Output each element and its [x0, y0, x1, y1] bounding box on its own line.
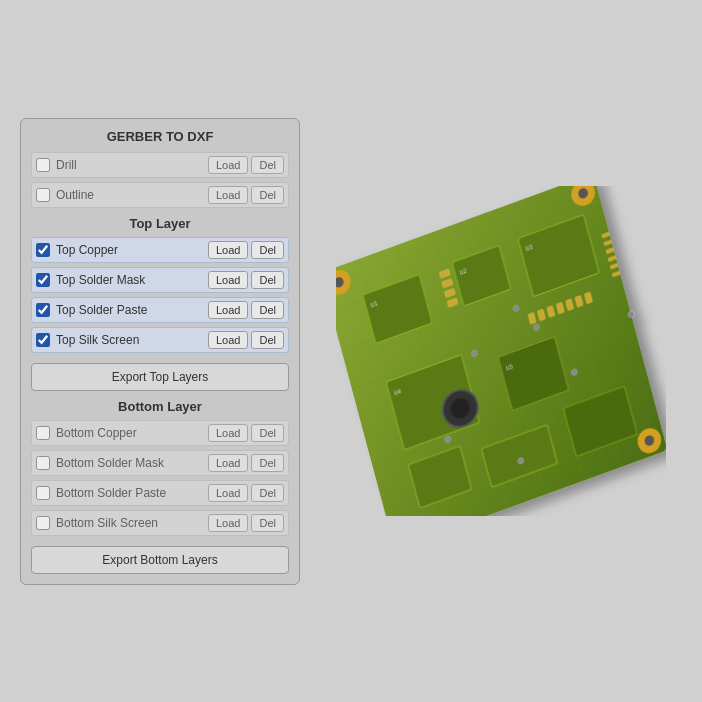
drill-del-button[interactable]: Del — [251, 156, 284, 174]
main-container: GERBER TO DXF Drill Load Del Outline Loa… — [0, 0, 702, 702]
bottom-silk-screen-row: Bottom Silk Screen Load Del — [31, 510, 289, 536]
outline-row: Outline Load Del — [31, 182, 289, 208]
top-solder-paste-label: Top Solder Paste — [56, 303, 205, 317]
bottom-copper-del-button[interactable]: Del — [251, 424, 284, 442]
outline-label: Outline — [56, 188, 205, 202]
top-silk-screen-row: Top Silk Screen Load Del — [31, 327, 289, 353]
top-solder-paste-checkbox[interactable] — [36, 303, 50, 317]
top-solder-paste-load-button[interactable]: Load — [208, 301, 248, 319]
drill-label: Drill — [56, 158, 205, 172]
pcb-svg: U1 U2 U3 U4 U5 — [336, 186, 666, 516]
drill-checkbox[interactable] — [36, 158, 50, 172]
top-solder-mask-label: Top Solder Mask — [56, 273, 205, 287]
top-silk-screen-label: Top Silk Screen — [56, 333, 205, 347]
outline-del-button[interactable]: Del — [251, 186, 284, 204]
panel: GERBER TO DXF Drill Load Del Outline Loa… — [20, 118, 300, 585]
bottom-solder-paste-load-button[interactable]: Load — [208, 484, 248, 502]
top-copper-label: Top Copper — [56, 243, 205, 257]
top-solder-paste-row: Top Solder Paste Load Del — [31, 297, 289, 323]
export-top-layers-button[interactable]: Export Top Layers — [31, 363, 289, 391]
drill-row: Drill Load Del — [31, 152, 289, 178]
bottom-solder-mask-label: Bottom Solder Mask — [56, 456, 205, 470]
top-solder-mask-del-button[interactable]: Del — [251, 271, 284, 289]
bottom-solder-mask-checkbox[interactable] — [36, 456, 50, 470]
bottom-solder-mask-row: Bottom Solder Mask Load Del — [31, 450, 289, 476]
top-copper-checkbox[interactable] — [36, 243, 50, 257]
pcb-image: U1 U2 U3 U4 U5 — [336, 186, 666, 516]
panel-title: GERBER TO DXF — [31, 129, 289, 144]
export-bottom-layers-button[interactable]: Export Bottom Layers — [31, 546, 289, 574]
bottom-silk-screen-checkbox[interactable] — [36, 516, 50, 530]
top-copper-del-button[interactable]: Del — [251, 241, 284, 259]
top-solder-mask-load-button[interactable]: Load — [208, 271, 248, 289]
bottom-layer-section-title: Bottom Layer — [31, 399, 289, 414]
bottom-solder-paste-del-button[interactable]: Del — [251, 484, 284, 502]
bottom-silk-screen-del-button[interactable]: Del — [251, 514, 284, 532]
bottom-solder-mask-del-button[interactable]: Del — [251, 454, 284, 472]
bottom-solder-paste-checkbox[interactable] — [36, 486, 50, 500]
bottom-solder-mask-load-button[interactable]: Load — [208, 454, 248, 472]
bottom-copper-checkbox[interactable] — [36, 426, 50, 440]
top-solder-mask-checkbox[interactable] — [36, 273, 50, 287]
bottom-solder-paste-label: Bottom Solder Paste — [56, 486, 205, 500]
bottom-copper-label: Bottom Copper — [56, 426, 205, 440]
top-copper-load-button[interactable]: Load — [208, 241, 248, 259]
top-solder-paste-del-button[interactable]: Del — [251, 301, 284, 319]
top-silk-screen-checkbox[interactable] — [36, 333, 50, 347]
bottom-solder-paste-row: Bottom Solder Paste Load Del — [31, 480, 289, 506]
pcb-preview-area: U1 U2 U3 U4 U5 — [300, 186, 682, 516]
outline-load-button[interactable]: Load — [208, 186, 248, 204]
top-copper-row: Top Copper Load Del — [31, 237, 289, 263]
bottom-silk-screen-label: Bottom Silk Screen — [56, 516, 205, 530]
top-silk-screen-del-button[interactable]: Del — [251, 331, 284, 349]
bottom-copper-load-button[interactable]: Load — [208, 424, 248, 442]
top-silk-screen-load-button[interactable]: Load — [208, 331, 248, 349]
drill-load-button[interactable]: Load — [208, 156, 248, 174]
outline-checkbox[interactable] — [36, 188, 50, 202]
bottom-silk-screen-load-button[interactable]: Load — [208, 514, 248, 532]
top-layer-section-title: Top Layer — [31, 216, 289, 231]
bottom-copper-row: Bottom Copper Load Del — [31, 420, 289, 446]
top-solder-mask-row: Top Solder Mask Load Del — [31, 267, 289, 293]
